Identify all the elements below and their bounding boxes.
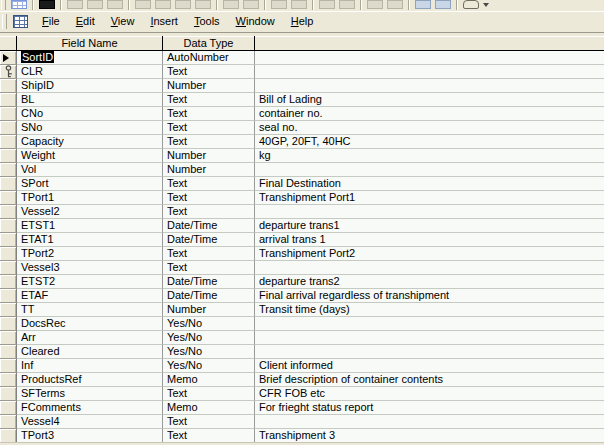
row-selector[interactable] — [0, 219, 17, 233]
print-icon[interactable] — [67, 0, 83, 9]
undo-icon[interactable] — [223, 0, 239, 9]
menu-item-view[interactable]: View — [103, 13, 143, 30]
field-name-cell[interactable]: Vessel2 — [17, 205, 163, 219]
row-selector[interactable] — [0, 317, 17, 331]
field-name-cell[interactable]: BL — [17, 93, 163, 107]
description-cell[interactable] — [255, 345, 604, 359]
spelling-icon[interactable] — [107, 0, 123, 9]
data-type-cell[interactable]: AutoNumber — [163, 51, 255, 65]
row-selector[interactable] — [0, 415, 17, 429]
field-name-cell[interactable]: TT — [17, 303, 163, 317]
row-selector[interactable] — [0, 79, 17, 93]
row-selector[interactable] — [0, 121, 17, 135]
row-selector[interactable] — [0, 135, 17, 149]
description-cell[interactable] — [255, 317, 604, 331]
row-selector[interactable] — [0, 429, 17, 442]
table-view-icon[interactable] — [11, 0, 27, 9]
data-type-cell[interactable]: Date/Time — [163, 219, 255, 233]
row-selector[interactable] — [0, 247, 17, 261]
data-type-cell[interactable]: Number — [163, 303, 255, 317]
description-cell[interactable]: Transhipment Port1 — [255, 191, 604, 205]
field-name-cell[interactable]: ETAT1 — [17, 233, 163, 247]
description-cell[interactable]: Transhipment 3 — [255, 429, 604, 442]
row-selector[interactable] — [0, 191, 17, 205]
data-type-cell[interactable]: Text — [163, 261, 255, 275]
description-cell[interactable] — [255, 163, 604, 177]
description-cell[interactable]: Brief description of container contents — [255, 373, 604, 387]
field-name-cell[interactable]: CLR — [17, 65, 163, 79]
description-cell[interactable] — [255, 261, 604, 275]
field-name-cell[interactable]: CNo — [17, 107, 163, 121]
data-type-cell[interactable]: Text — [163, 247, 255, 261]
build-icon[interactable] — [387, 0, 403, 9]
description-cell[interactable]: CFR FOB etc — [255, 387, 604, 401]
row-selector[interactable] — [0, 163, 17, 177]
data-type-cell[interactable]: Yes/No — [163, 345, 255, 359]
data-type-cell[interactable]: Date/Time — [163, 275, 255, 289]
help-icon[interactable] — [463, 0, 479, 9]
row-selector[interactable] — [0, 345, 17, 359]
field-name-cell[interactable]: ETST2 — [17, 275, 163, 289]
menu-item-file[interactable]: File — [34, 13, 68, 30]
field-name-cell[interactable]: FComments — [17, 401, 163, 415]
copy-icon[interactable] — [155, 0, 171, 9]
field-name-cell[interactable]: Weight — [17, 149, 163, 163]
indexes-icon[interactable] — [291, 0, 307, 9]
description-cell[interactable]: Bill of Lading — [255, 93, 604, 107]
field-name-cell[interactable]: SortID — [17, 51, 163, 65]
field-name-cell[interactable]: TPort1 — [17, 191, 163, 205]
row-selector[interactable] — [0, 373, 17, 387]
save-icon[interactable] — [39, 0, 55, 9]
description-cell[interactable]: kg — [255, 149, 604, 163]
field-name-cell[interactable]: DocsRec — [17, 317, 163, 331]
description-cell[interactable]: Transhipment Port2 — [255, 247, 604, 261]
description-cell[interactable]: Client informed — [255, 359, 604, 373]
row-selector[interactable] — [0, 303, 17, 317]
field-name-cell[interactable]: TPort3 — [17, 429, 163, 442]
description-cell[interactable]: arrival trans 1 — [255, 233, 604, 247]
data-type-cell[interactable]: Number — [163, 163, 255, 177]
description-cell[interactable]: seal no. — [255, 121, 604, 135]
data-type-cell[interactable]: Text — [163, 121, 255, 135]
field-name-cell[interactable]: ETST1 — [17, 219, 163, 233]
field-name-cell[interactable]: SNo — [17, 121, 163, 135]
paste-icon[interactable] — [175, 0, 191, 9]
cut-icon[interactable] — [135, 0, 151, 9]
data-type-cell[interactable]: Text — [163, 205, 255, 219]
data-type-cell[interactable]: Text — [163, 387, 255, 401]
row-selector[interactable] — [0, 65, 17, 79]
field-name-cell[interactable]: Inf — [17, 359, 163, 373]
description-cell[interactable]: Final arrival regardless of transhipment — [255, 289, 604, 303]
field-name-cell[interactable]: Arr — [17, 331, 163, 345]
field-name-cell[interactable]: Vessel3 — [17, 261, 163, 275]
row-selector[interactable] — [0, 93, 17, 107]
data-type-cell[interactable]: Number — [163, 149, 255, 163]
row-selector[interactable] — [0, 107, 17, 121]
row-selector[interactable] — [0, 177, 17, 191]
data-type-cell[interactable]: Text — [163, 135, 255, 149]
description-cell[interactable]: Transit time (days) — [255, 303, 604, 317]
description-cell[interactable] — [255, 205, 604, 219]
table-window-system-icon[interactable] — [13, 15, 28, 28]
field-name-cell[interactable]: Cleared — [17, 345, 163, 359]
field-name-cell[interactable]: ETAF — [17, 289, 163, 303]
field-name-cell[interactable]: SFTerms — [17, 387, 163, 401]
data-type-cell[interactable]: Text — [163, 191, 255, 205]
print-preview-icon[interactable] — [87, 0, 103, 9]
help-dropdown-arrow-icon[interactable] — [483, 3, 489, 7]
insert-hyperlink-icon[interactable] — [243, 0, 259, 9]
data-type-cell[interactable]: Text — [163, 177, 255, 191]
data-type-cell[interactable]: Number — [163, 79, 255, 93]
data-type-cell[interactable]: Text — [163, 65, 255, 79]
toolbar-gripper[interactable] — [1, 0, 6, 10]
field-name-cell[interactable]: TPort2 — [17, 247, 163, 261]
delete-rows-icon[interactable] — [339, 0, 355, 9]
data-type-cell[interactable]: Yes/No — [163, 317, 255, 331]
row-selector[interactable] — [0, 205, 17, 219]
database-window-icon[interactable] — [415, 0, 431, 9]
row-selector[interactable] — [0, 401, 17, 415]
new-object-icon[interactable] — [435, 0, 451, 9]
data-type-cell[interactable]: Memo — [163, 373, 255, 387]
field-name-cell[interactable]: ProductsRef — [17, 373, 163, 387]
menu-item-window[interactable]: Window — [228, 13, 283, 30]
